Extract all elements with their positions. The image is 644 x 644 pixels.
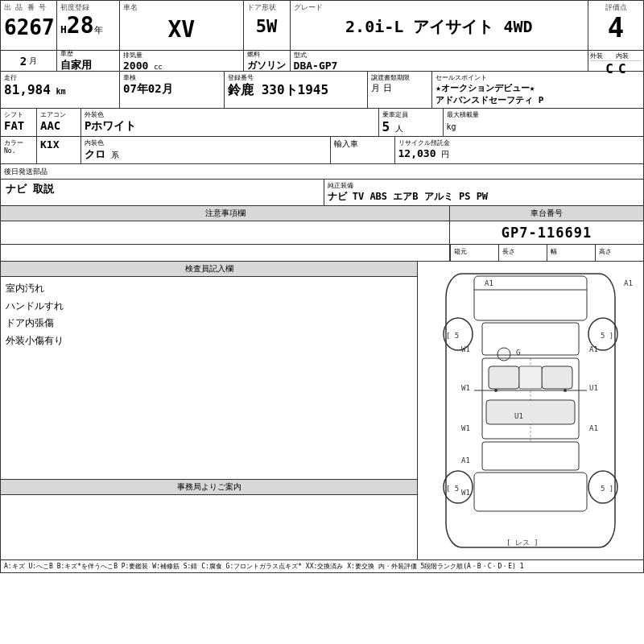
five-left-rear: [ 5	[446, 485, 459, 493]
height-label: 高さ	[599, 248, 612, 255]
car-diagram-svg: A1 A1 W1 A1 W1 U1 W1 A1 A1 W1 U1	[418, 262, 643, 559]
svg-rect-16	[486, 400, 575, 424]
std-equip-label: 純正装備	[328, 181, 641, 190]
engine-cell: 排気量 2000 cc	[120, 51, 244, 71]
import-label: 輸入車	[334, 139, 358, 148]
recycle-cell: リサイクル預託金 12,030 円	[395, 137, 644, 163]
equipment-row: ナビ 取説 純正装備 ナビ TV ABS エアB アルミ PS PW	[1, 180, 643, 206]
office-content	[1, 495, 417, 559]
history-value: 自家用	[60, 58, 116, 72]
sales-point-cell: セールスポイント ★オークションデビュー★ アドバンスドセーフティ P	[432, 72, 643, 108]
mileage-label: 走行	[4, 73, 116, 82]
w1-left-mid: W1	[461, 384, 470, 392]
inspection-section: 検査員記入欄 室内汚れ ハンドルすれ ドア内張傷 外装小傷有り	[1, 262, 417, 479]
month-label: 月	[29, 56, 37, 67]
max-load-row: kg	[447, 119, 640, 132]
maker-cell	[1, 245, 450, 261]
parts-label: 後日発送部品	[4, 167, 47, 175]
reg-year-row: H 28 年	[60, 14, 116, 37]
int-color-row: クロ 系	[85, 147, 327, 162]
footnote-text: A:キズ U:へこB B:キズ*を伴うへこB P:要鑑装 W:補修筋 S:錆 C…	[4, 563, 524, 570]
recycle-row: 12,030 円	[398, 147, 641, 160]
ext-color-label: 外装色	[85, 110, 375, 119]
engine-label: 排気量	[123, 51, 240, 60]
ac-label: エアコン	[40, 110, 77, 119]
int-label: 内装	[616, 52, 642, 60]
u1-center: U1	[514, 412, 523, 420]
svg-point-19	[494, 389, 497, 392]
item-no-label: 出 品 番 号	[4, 2, 53, 13]
int-color-suffix: 系	[111, 151, 119, 159]
chassis-no-value: GP7-116691	[502, 225, 592, 241]
les-label: [ レス ]	[506, 539, 539, 547]
u1-right: U1	[589, 384, 598, 392]
row2: 2 月 車歴 自家用 排気量 2000 cc 燃料 ガソリン 型式 DBA-GP…	[1, 51, 643, 72]
model-label: 型式	[294, 51, 584, 60]
color-no-label-cell: カラーNo.	[1, 137, 37, 163]
svg-rect-15	[542, 366, 572, 389]
caution-content	[1, 221, 449, 244]
car-name-section: 車名 XV	[120, 1, 244, 50]
grade-label: グレード	[294, 2, 584, 13]
expiry-label: 譲渡書類期限	[371, 73, 428, 82]
office-section: 事務局よりご案内	[1, 479, 417, 559]
fuel-cell: 燃料 ガソリン	[244, 51, 291, 71]
five-right-front: 5 ]	[601, 332, 613, 340]
diagram-section: A1 A1 W1 A1 W1 U1 W1 A1 A1 W1 U1	[418, 262, 643, 559]
score-value: 4	[592, 13, 640, 48]
inspection-content: 室内汚れ ハンドルすれ ドア内張傷 外装小傷有り	[1, 277, 417, 454]
header-row: 出 品 番 号 6267 初度登録 H 28 年 車名 XV ドア形状 5W グ…	[1, 1, 643, 51]
month-value: 2	[20, 55, 27, 68]
sales-label: セールスポイント	[436, 73, 640, 82]
expiry-month: 月	[371, 82, 380, 94]
reg-year-section: 初度登録 H 28 年	[57, 1, 120, 50]
ac-value: AAC	[40, 119, 60, 132]
ext-color-value: Pホワイト	[85, 119, 136, 132]
fuel-label: 燃料	[247, 50, 287, 59]
mileage-unit: km	[56, 87, 65, 96]
inspection-cell: 車検 07年02月	[120, 72, 225, 108]
dimensions-row: 箱元 長さ 幅 高さ	[1, 245, 643, 262]
score-inner: 4	[592, 13, 640, 48]
max-load-unit: kg	[447, 122, 456, 131]
score-section: 評価点 4	[588, 1, 643, 50]
left-column: 検査員記入欄 室内汚れ ハンドルすれ ドア内張傷 外装小傷有り 事務局よりご案内	[1, 262, 418, 559]
g-label: G	[516, 349, 520, 357]
mileage-row: 81,984 km	[4, 82, 116, 97]
width-label: 幅	[551, 248, 557, 255]
a1-top-right: A1	[624, 279, 633, 287]
expiry-cell: 譲渡書類期限 月 日	[368, 72, 432, 108]
a1-top-left: A1	[485, 279, 493, 287]
ext-label: 外装	[590, 52, 616, 60]
door-section: ドア形状 5W	[244, 1, 291, 50]
reg-prefix: H	[60, 23, 67, 35]
caution-header: 注意事項欄	[1, 206, 449, 221]
std-equip-cell: 純正装備 ナビ TV ABS エアB アルミ PS PW	[324, 180, 644, 205]
car-name-value: XV	[123, 16, 240, 43]
item-no-section: 出 品 番 号 6267	[1, 1, 57, 50]
int-color-value: クロ	[85, 148, 105, 160]
fuel-value: ガソリン	[247, 59, 287, 72]
caution-cell: 注意事項欄	[1, 206, 450, 244]
reg-suffix: 年	[94, 24, 103, 36]
inspection-header: 検査員記入欄	[1, 262, 417, 277]
history-cell: 車歴 自家用	[57, 51, 120, 71]
reg-no-value: 鈴鹿 330ト1945	[228, 82, 328, 97]
capacity-value: 5	[382, 119, 390, 134]
a1-right-front: A1	[589, 345, 598, 353]
row4: シフト FAT エアコン AAC 外装色 Pホワイト 乗車定員 5 人 最大積載…	[1, 109, 643, 137]
item-no-value: 6267	[4, 16, 53, 39]
length-cell: 長さ	[499, 245, 547, 261]
bottom-area: 検査員記入欄 室内汚れ ハンドルすれ ドア内張傷 外装小傷有り 事務局よりご案内	[1, 262, 643, 560]
row6: 後日発送部品	[1, 164, 643, 180]
svg-rect-14	[489, 366, 519, 389]
row5: カラーNo. K1X 内装色 クロ 系 輸入車 リサイクル預託金 12,030 …	[1, 137, 643, 164]
std-equip-value: ナビ TV ABS エアB アルミ PS PW	[328, 191, 489, 202]
expiry-day: 日	[383, 82, 392, 94]
mileage-cell: 走行 81,984 km	[1, 72, 120, 108]
width-cell: 幅	[547, 245, 596, 261]
door-value: 5W	[247, 16, 287, 36]
w1-left-front: W1	[461, 345, 470, 353]
grade-value: 2.0i-L アイサイト 4WD	[294, 16, 584, 38]
reg-year: 28	[67, 14, 94, 37]
